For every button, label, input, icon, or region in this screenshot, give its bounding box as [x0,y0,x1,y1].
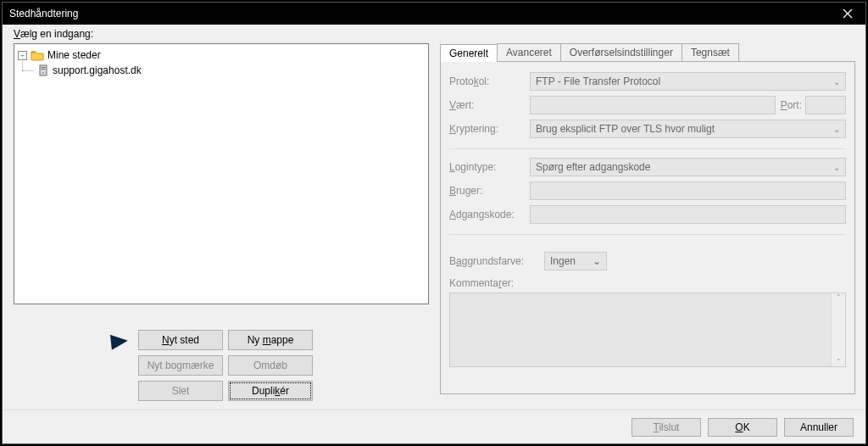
dialog-footer: Tilslut OK Annuller [3,410,865,443]
divider [449,148,846,149]
protocol-label: Protokol: [449,75,530,87]
user-input[interactable] [530,181,846,200]
new-bookmark-button: Nyt bogmærke [138,355,223,376]
scroll-down-icon[interactable]: ˅ [832,358,845,366]
protocol-select[interactable]: FTP - File Transfer Protocol ⌄ [530,72,846,91]
host-input[interactable] [530,96,776,114]
chevron-down-icon: ⌄ [593,255,601,267]
sites-tree[interactable]: − Mine steder support.gigahost.dk [14,43,429,304]
tree-root-label: Mine steder [47,49,101,61]
chevron-down-icon: ⌄ [833,125,840,134]
chevron-down-icon: ⌄ [833,77,840,86]
scroll-up-icon[interactable]: ˄ [832,293,845,302]
close-icon [843,8,853,19]
chevron-down-icon: ⌄ [833,163,840,172]
svg-rect-4 [42,69,46,70]
divider [449,234,846,235]
bgcolor-label: Baggrundsfarve: [449,255,541,267]
new-site-button[interactable]: Nyt sted [138,330,223,350]
site-actions: Nyt sted Ny mappe Nyt bogmærke Omdøb Sle… [138,330,318,406]
settings-panel: Generelt Avanceret Overførselsindstillin… [440,43,855,398]
comments-textarea[interactable]: ˄˅ [449,293,846,367]
new-folder-button[interactable]: Ny mappe [228,330,313,350]
select-entry-label: Vælg en indgang: [14,28,93,40]
tab-general[interactable]: Generelt [440,44,498,62]
delete-button: Slet [138,381,223,401]
site-manager-dialog: Stedhåndtering Vælg en indgang: − Mine s… [2,2,866,444]
tree-site-label: support.gigahost.dk [53,64,142,76]
comments-label: Kommentarer: [449,277,846,289]
tree-site-item[interactable]: support.gigahost.dk [22,63,425,78]
password-input[interactable] [530,205,846,224]
tab-transfer[interactable]: Overførselsindstillinger [560,43,682,61]
svg-point-5 [42,72,44,74]
close-button[interactable] [830,3,865,25]
encryption-label: Kryptering: [449,123,530,135]
svg-rect-3 [42,67,46,68]
svg-rect-2 [40,65,47,75]
tabs: Generelt Avanceret Overførselsindstillin… [440,43,855,62]
bgcolor-select[interactable]: Ingen ⌄ [544,252,607,270]
scrollbar[interactable]: ˄˅ [831,293,845,366]
cancel-button[interactable]: Annuller [784,418,854,437]
tab-advanced[interactable]: Avanceret [497,43,561,61]
port-input[interactable] [805,96,846,114]
window-title: Stedhåndtering [9,8,78,20]
duplicate-button[interactable]: Duplikér [228,381,313,401]
encryption-select[interactable]: Brug eksplicit FTP over TLS hvor muligt … [530,120,846,138]
tab-charset[interactable]: Tegnsæt [682,43,739,61]
folder-icon [31,49,44,61]
connect-button: Tilslut [632,418,701,437]
annotation-arrow [72,331,130,359]
user-label: Bruger: [449,185,530,197]
titlebar[interactable]: Stedhåndtering [3,3,865,25]
tree-root-item[interactable]: − Mine steder [18,47,425,63]
tab-general-body: Protokol: FTP - File Transfer Protocol ⌄… [440,62,855,394]
dialog-content: Vælg en indgang: − Mine steder support.g… [3,25,865,443]
rename-button: Omdøb [228,355,313,376]
server-icon [37,64,49,76]
logintype-label: Logintype: [449,161,530,173]
host-label: Vært: [449,99,530,111]
ok-button[interactable]: OK [708,418,777,437]
password-label: Adgangskode: [449,209,530,220]
port-label: Port: [781,99,802,111]
logintype-select[interactable]: Spørg efter adgangskode ⌄ [530,158,846,176]
